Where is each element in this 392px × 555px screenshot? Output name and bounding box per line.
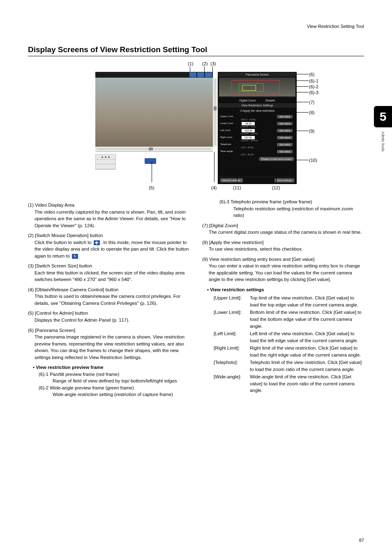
vr-desc: Top limit of the view restriction. Click… (250, 295, 364, 308)
field-value[interactable]: 157.82 (242, 136, 255, 139)
video-body (95, 78, 213, 147)
item-6-head: (6) [Panorama Screen] (28, 327, 190, 334)
lead-line (296, 160, 309, 160)
callout-9: (9) (309, 129, 314, 134)
callout-4: (4) (211, 185, 217, 190)
cursor-icon (72, 254, 78, 259)
item-6-2-head: (6)-2 Wide-angle preview frame (green fr… (39, 385, 190, 391)
field-range: (-179.99 – 168.40) (241, 132, 258, 135)
item-3-body: Each time this button is clicked, the sc… (35, 269, 190, 283)
vr-label: [Right Limit]: (214, 345, 250, 358)
lead-line (296, 74, 309, 74)
get-value-button[interactable]: Get value (277, 143, 293, 146)
field-range: (-168.40 – 180.00) (241, 139, 258, 142)
item-2-text-a: Click the button to switch to (35, 240, 93, 245)
callout-7: (7) (309, 100, 314, 105)
callout-10: (10) (309, 158, 317, 163)
field-label: Lower Limit: (220, 122, 233, 124)
field-range: (-88.10 – 26.99) (241, 118, 256, 121)
vr-label: [Upper Limit]: (214, 295, 250, 308)
field-value[interactable]: -102.82 (242, 129, 255, 132)
lead-line (204, 67, 205, 72)
item-6-3-body: Telephoto restriction setting (restricti… (233, 205, 364, 219)
zoom-control[interactable]: ▲▲▲ (95, 154, 116, 170)
item-9-bullet: View restriction settings (207, 286, 364, 293)
item-7-body: The current digital zoom usage status of… (209, 229, 364, 236)
callout-1: (1) (188, 61, 193, 66)
field-label: Telephoto: (220, 143, 232, 145)
item-9-head: (9) View restriction setting entry boxes… (202, 256, 364, 263)
switch-size-icon[interactable] (205, 72, 212, 77)
vr-label: [Wide-angle]: (214, 373, 250, 394)
callout-2: (2) (202, 61, 208, 66)
vr-desc: Bottom limit of the view restriction. Cl… (250, 309, 364, 329)
vr-settings-table: [Upper Limit]:Top limit of the view rest… (214, 295, 364, 394)
get-value-button[interactable]: Get value (277, 129, 293, 132)
field-range: (-106.99 – 9.10) (241, 125, 256, 128)
callout-6-3: (6)-3 (309, 90, 318, 95)
get-value-button[interactable]: Get value (277, 122, 293, 125)
switch-size-icon[interactable] (197, 72, 204, 77)
chapter-tab: 5 Admin Tools (374, 106, 392, 152)
field-range: (3.20 – 60.40) (241, 146, 254, 149)
item-6-2-body: Wide-angle restriction setting (restrict… (53, 391, 190, 398)
section-title: Display Screens of View Restriction Sett… (28, 45, 364, 54)
get-value-button[interactable]: Get value (277, 150, 293, 153)
vr-desc: Left limit of the view restriction. Clic… (250, 330, 364, 344)
callout-8: (8) (309, 110, 314, 115)
vr-desc: Right limit of the view restriction. Cli… (250, 345, 364, 358)
lead-line (296, 102, 309, 102)
vr-label: [Telephoto]: (214, 359, 250, 373)
control-admin-button[interactable] (145, 158, 156, 164)
save-button[interactable]: Save settings (274, 178, 294, 182)
lead-line (152, 162, 152, 182)
panorama-header: Panorama Screen (218, 72, 296, 77)
tilt-slider[interactable] (213, 78, 217, 147)
get-value-button[interactable]: Get value (277, 136, 293, 139)
lead-line (296, 86, 309, 87)
lead-line (237, 176, 238, 182)
item-4-body: This button is used to obtain/release th… (35, 293, 190, 306)
title-rule (28, 56, 364, 56)
pan-slider[interactable] (95, 147, 213, 151)
item-2-body: Click the button to switch to . In this … (35, 239, 190, 260)
vr-desc: Telephoto limit of the view restriction.… (250, 359, 364, 373)
lead-line (296, 112, 309, 113)
apply-checkbox-row[interactable]: ☑ Apply the view restriction (220, 109, 294, 113)
vr-desc: Wide-angle limit of the view restriction… (250, 373, 364, 394)
right-column: (6)-3 Telephoto preview frame (yellow fr… (202, 198, 364, 398)
lead-line (296, 81, 309, 81)
lead-line (296, 92, 309, 92)
callout-6: (6) (309, 72, 314, 77)
lead-line (214, 152, 214, 182)
callout-12: (12) (272, 185, 280, 190)
field-label: Right Limit: (220, 136, 233, 138)
item-3-head: (3) [Switch Screen Size] button (28, 263, 190, 269)
display-panorama-button[interactable]: Display in panorama screen (259, 157, 294, 161)
item-9-body: You can enter a value in each view restr… (209, 263, 364, 283)
field-value[interactable]: -66.92 (242, 122, 255, 125)
item-6-1-head: (6)-1 Pan/tilt preview frame (red frame) (39, 371, 190, 378)
item-5-body: Displays the Control for Admin Panel (p.… (35, 317, 190, 324)
item-8-head: (8) [Apply the view restriction] (202, 239, 364, 246)
lead-line (212, 67, 213, 72)
vrs-header: View Restriction Settings (218, 103, 296, 108)
item-6-bullet: View restriction preview frame (33, 364, 190, 371)
running-header: View Restriction Setting Tool (307, 24, 364, 29)
item-2-text-c: . (79, 253, 80, 258)
field-label: Upper Limit: (220, 115, 233, 117)
field-label: Wide-angle: (220, 150, 233, 152)
field-range: (3.20 – 60.40) (241, 153, 254, 156)
mini-panorama[interactable] (219, 78, 295, 97)
callout-6-2: (6)-2 (309, 84, 318, 89)
callout-3: (3) (210, 61, 216, 66)
item-1-body: The video currently captured by the came… (35, 209, 190, 229)
get-value-button[interactable]: Get value (277, 115, 293, 118)
telephoto-frame (242, 85, 256, 91)
plus-icon (94, 240, 100, 245)
item-6-3-head: (6)-3 Telephoto preview frame (yellow fr… (219, 198, 364, 205)
item-4-head: (4) [Obtain/Release Camera Control] butt… (28, 286, 190, 293)
restore-button[interactable]: Restore settings (220, 178, 243, 182)
apply-label: Apply the view restriction (243, 109, 274, 112)
switch-mouse-icon[interactable] (189, 72, 196, 77)
